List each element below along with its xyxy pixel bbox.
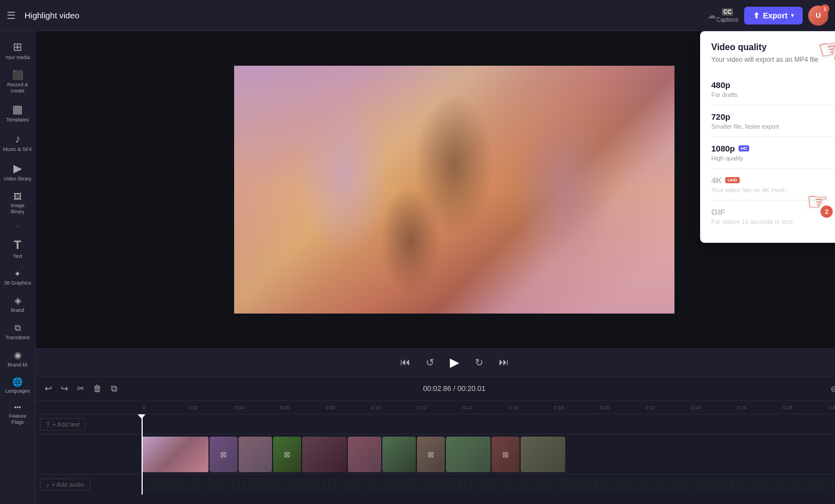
video-clip-1[interactable] — [142, 437, 208, 472]
video-clip-2[interactable]: ⊠ — [210, 437, 237, 472]
ruler-mark-16: 0:16 — [507, 405, 553, 410]
video-clip-6[interactable] — [348, 437, 381, 472]
sidebar-item-text[interactable]: T Text — [0, 233, 35, 264]
cloud-icon: ☁ — [707, 10, 716, 21]
quality-label-720p: 720p — [711, 112, 835, 121]
rewind-button[interactable]: ↺ — [424, 354, 436, 371]
video-track-clips: ⊠ ⊠ — [142, 434, 835, 474]
export-button[interactable]: ⬆ Export ▾ — [744, 7, 803, 25]
sidebar-item-templates[interactable]: ▦ Templates — [0, 98, 35, 128]
video-clip-9[interactable] — [446, 437, 491, 472]
audio-waveform — [144, 478, 835, 491]
avatar-badge: 1 — [821, 4, 829, 13]
music-icon: ♪ — [15, 133, 21, 144]
sidebar-item-brand[interactable]: ◈ Brand — [0, 291, 35, 318]
text-icon: T — [14, 239, 21, 251]
avatar[interactable]: U 1 — [808, 6, 828, 26]
playhead-triangle — [138, 414, 145, 419]
ruler-mark-14: 0:14 — [462, 405, 507, 410]
video-track: ⊠ ⊠ — [36, 434, 835, 474]
video-clip-4[interactable]: ⊠ — [273, 437, 301, 472]
captions-button[interactable]: CC Captions — [716, 8, 738, 23]
sidebar-collapse-chevron[interactable]: › — [17, 219, 19, 233]
ruler-mark-2: 0:02 — [187, 405, 233, 410]
quality-option-480p[interactable]: 480p For drafts — [711, 74, 835, 105]
quality-panel: Video quality Your video will export as … — [700, 31, 835, 243]
sidebar-item-graphics[interactable]: ✦ 38 Graphics — [0, 264, 35, 291]
playback-bar: ⏮ ↺ ▶ ↻ ⏭ ⛶ — [36, 348, 835, 376]
video-clip-10[interactable]: ⊠ — [492, 437, 520, 472]
transitions-label: Transitions — [6, 335, 30, 341]
languages-icon: 🌐 — [12, 378, 23, 386]
record-create-icon: ⬛ — [12, 71, 23, 80]
sidebar-item-music-sfx[interactable]: ♪ Music & SFX — [0, 128, 35, 157]
ruler-mark-4: 0:04 — [233, 405, 279, 410]
video-clip-11[interactable] — [521, 437, 565, 472]
quality-desc-1080p: High quality — [711, 155, 835, 162]
undo-button[interactable]: ↩ — [42, 381, 54, 396]
sidebar: ⊞ Your media ⬛ Record &create ▦ Template… — [0, 31, 36, 504]
skip-back-button[interactable]: ⏮ — [398, 354, 412, 370]
ruler-mark-18: 0:18 — [553, 405, 599, 410]
add-text-label: + Add text — [52, 421, 80, 428]
timeline-ruler: 0 0:02 0:04 0:06 0:08 0:10 0:12 0:14 0:1… — [36, 401, 835, 414]
quality-desc-480p: For drafts — [711, 91, 835, 98]
clip-1-inner — [142, 437, 208, 472]
graphics-icon: ✦ — [14, 270, 21, 278]
clip-2-icon: ⊠ — [220, 450, 227, 459]
text-track-icon: T — [46, 421, 50, 428]
video-clip-8[interactable]: ⊠ — [417, 437, 445, 472]
quality-option-gif[interactable]: GIF For videos 15 seconds or less — [711, 200, 835, 232]
brand-icon: ◈ — [14, 296, 21, 305]
sidebar-item-video-library[interactable]: ▶ Video library — [0, 157, 35, 187]
topbar: ☰ Highlight video ☁ CC Captions ⬆ Export… — [0, 0, 835, 31]
quality-option-720p[interactable]: 720p Smaller file, faster export — [711, 105, 835, 137]
sidebar-item-record-create[interactable]: ⬛ Record &create — [0, 65, 35, 99]
graphics-label: 38 Graphics — [4, 280, 31, 286]
ruler-marks: 0 0:02 0:04 0:06 0:08 0:10 0:12 0:14 0:1… — [142, 405, 835, 410]
sidebar-item-feature-flags[interactable]: ••• FeatureFlags — [0, 399, 35, 430]
duplicate-button[interactable]: ⧉ — [109, 381, 119, 396]
video-clip-7[interactable] — [382, 437, 416, 472]
video-clip-5[interactable] — [302, 437, 347, 472]
quality-panel-title: Video quality — [711, 42, 835, 52]
languages-label: Languages — [5, 388, 30, 394]
redo-button[interactable]: ↪ — [59, 381, 70, 396]
quality-option-4k[interactable]: 4K UHD Your video has no 4K medi... — [711, 169, 835, 200]
sidebar-item-your-media[interactable]: ⊞ Your media — [0, 36, 35, 65]
menu-icon[interactable]: ☰ — [7, 9, 16, 22]
zoom-out-button[interactable]: ⊖ — [828, 382, 835, 395]
music-label: Music & SFX — [3, 146, 32, 153]
transitions-icon: ⧉ — [14, 324, 21, 332]
sidebar-item-transitions[interactable]: ⧉ Transitions — [0, 318, 35, 345]
timecode: 00:02.86 / 00:20.01 — [423, 384, 486, 393]
ruler-mark-8: 0:08 — [324, 405, 370, 410]
quality-panel-subtitle: Your video will export as an MP4 file — [711, 56, 835, 63]
quality-desc-720p: Smaller file, faster export — [711, 123, 835, 130]
sidebar-item-languages[interactable]: 🌐 Languages — [0, 372, 35, 399]
text-track-content — [142, 414, 835, 434]
brand-kit-icon: ◉ — [14, 351, 22, 360]
quality-option-1080p[interactable]: 1080p HD High quality — [711, 137, 835, 169]
skip-forward-button[interactable]: ⏭ — [497, 354, 511, 370]
sidebar-item-brand-kit[interactable]: ◉ Brand kit — [0, 345, 35, 373]
video-library-label: Video library — [4, 176, 32, 182]
forward-button[interactable]: ↻ — [473, 354, 486, 371]
audio-track: ♪ + Add audio — [36, 474, 835, 495]
timeline-area: ↩ ↪ ✂ 🗑 ⧉ 00:02.86 / 00:20.01 ⊖ ⊕ ⇔ 0 0:… — [36, 376, 835, 504]
clip-8-icon: ⊠ — [428, 450, 434, 459]
video-clip-3[interactable] — [239, 437, 272, 472]
add-audio-button[interactable]: ♪ + Add audio — [40, 478, 90, 491]
delete-button[interactable]: 🗑 — [91, 381, 104, 396]
templates-label: Templates — [6, 117, 29, 123]
your-media-icon: ⊞ — [13, 41, 22, 52]
play-button[interactable]: ▶ — [448, 353, 462, 372]
sidebar-item-image-library[interactable]: 🖼 Imagelibrary — [0, 187, 35, 219]
timeline-toolbar: ↩ ↪ ✂ 🗑 ⧉ 00:02.86 / 00:20.01 ⊖ ⊕ ⇔ — [36, 376, 835, 401]
add-text-button[interactable]: T + Add text — [40, 418, 86, 430]
add-audio-label: + Add audio — [52, 481, 84, 488]
cut-button[interactable]: ✂ — [75, 381, 86, 396]
ruler-mark-30: 0:30 — [827, 405, 835, 410]
audio-track-icon: ♪ — [46, 481, 50, 488]
ruler-mark-26: 0:26 — [736, 405, 781, 410]
